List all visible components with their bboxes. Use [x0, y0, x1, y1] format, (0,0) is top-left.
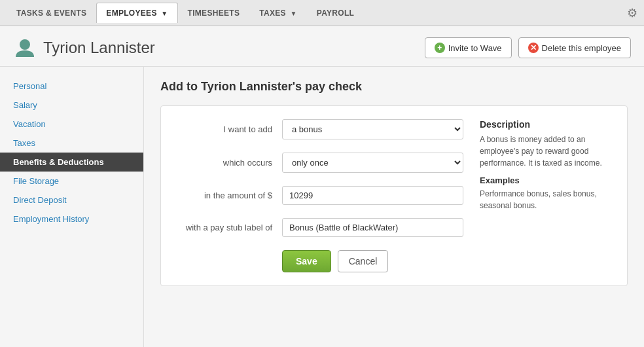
stub-input[interactable] [282, 218, 463, 237]
tab-employees[interactable]: EMPLOYEES ▼ [96, 3, 177, 23]
add-control: a bonus a deduction a reimbursement [282, 119, 463, 139]
occurs-label: which occurs [177, 158, 282, 168]
examples-text: Performance bonus, sales bonus, seasonal… [480, 188, 611, 211]
occurs-row: which occurs only once every pay period … [177, 153, 463, 173]
employees-arrow-icon: ▼ [161, 10, 168, 17]
sidebar-item-personal[interactable]: Personal [0, 77, 143, 96]
svg-point-0 [20, 39, 30, 50]
content-title: Add to Tyrion Lannister's pay check [160, 80, 628, 94]
sidebar-item-file-storage[interactable]: File Storage [0, 172, 143, 191]
body-layout: Personal Salary Vacation Taxes Benefits … [0, 67, 644, 347]
add-select[interactable]: a bonus a deduction a reimbursement [282, 119, 463, 139]
sidebar-item-vacation[interactable]: Vacation [0, 115, 143, 134]
add-row: I want to add a bonus a deduction a reim… [177, 119, 463, 139]
tab-taxes[interactable]: TAXES ▼ [249, 3, 306, 23]
tab-tasks-events[interactable]: TASKS & EVENTS [7, 3, 96, 23]
form-panel: I want to add a bonus a deduction a reim… [160, 105, 628, 286]
tab-payroll[interactable]: PAYROLL [307, 3, 364, 23]
delete-employee-button[interactable]: ✕ Delete this employee [518, 37, 631, 58]
form-description: Description A bonus is money added to an… [480, 119, 611, 272]
sidebar-item-direct-deposit[interactable]: Direct Deposit [0, 191, 143, 210]
cancel-button[interactable]: Cancel [338, 250, 389, 272]
description-text: A bonus is money added to an employee's … [480, 134, 611, 169]
sidebar-item-employment-history[interactable]: Employment History [0, 210, 143, 228]
occurs-control: only once every pay period monthly [282, 153, 463, 173]
stub-control [282, 218, 463, 237]
form-actions: Save Cancel [177, 250, 463, 272]
invite-to-wave-button[interactable]: + Invite to Wave [425, 37, 512, 58]
tab-timesheets[interactable]: TIMESHEETS [178, 3, 250, 23]
top-nav: TASKS & EVENTS EMPLOYEES ▼ TIMESHEETS TA… [0, 0, 644, 26]
settings-icon[interactable]: ⚙ [627, 6, 637, 20]
invite-plus-icon: + [435, 43, 445, 53]
sidebar-item-salary[interactable]: Salary [0, 96, 143, 115]
save-button[interactable]: Save [282, 250, 331, 272]
stub-label: with a pay stub label of [177, 223, 282, 232]
occurs-select[interactable]: only once every pay period monthly [282, 153, 463, 173]
employee-avatar-icon [13, 36, 37, 60]
page-header: Tyrion Lannister + Invite to Wave ✕ Dele… [0, 26, 644, 67]
stub-row: with a pay stub label of [177, 218, 463, 237]
examples-title: Examples [480, 175, 611, 185]
amount-control [282, 186, 463, 205]
content-area: Add to Tyrion Lannister's pay check I wa… [144, 67, 644, 347]
taxes-arrow-icon: ▼ [291, 10, 297, 17]
form-left: I want to add a bonus a deduction a reim… [177, 119, 463, 272]
sidebar: Personal Salary Vacation Taxes Benefits … [0, 67, 144, 347]
sidebar-item-taxes[interactable]: Taxes [0, 134, 143, 153]
amount-input[interactable] [282, 186, 463, 205]
delete-x-icon: ✕ [528, 43, 539, 53]
description-title: Description [480, 119, 611, 130]
header-actions: + Invite to Wave ✕ Delete this employee [425, 37, 631, 58]
amount-row: in the amount of $ [177, 186, 463, 205]
page-title: Tyrion Lannister [43, 39, 425, 57]
main-container: Tyrion Lannister + Invite to Wave ✕ Dele… [0, 26, 644, 347]
add-label: I want to add [177, 124, 282, 134]
amount-label: in the amount of $ [177, 191, 282, 200]
sidebar-item-benefits-deductions[interactable]: Benefits & Deductions [0, 153, 143, 172]
